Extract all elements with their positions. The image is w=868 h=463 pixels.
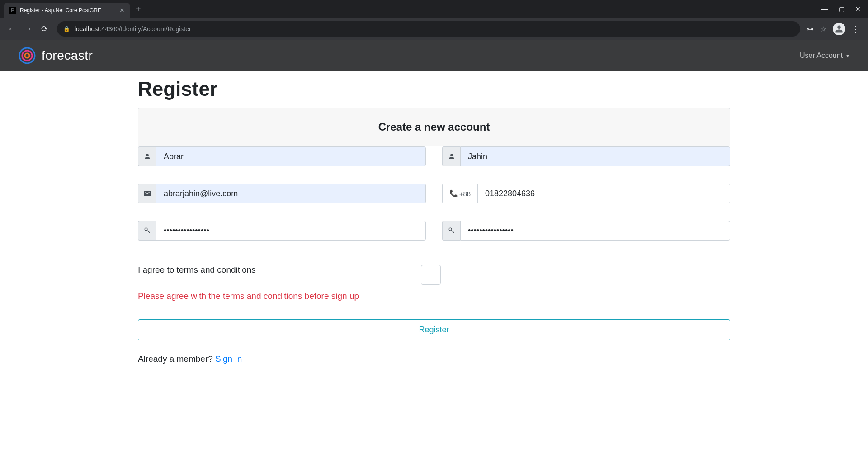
svg-point-5 [449, 228, 452, 231]
first-name-input[interactable] [156, 146, 426, 166]
new-tab-button[interactable]: + [136, 4, 141, 14]
svg-point-2 [25, 53, 29, 58]
kebab-menu-icon[interactable]: ⋮ [852, 24, 860, 34]
terms-label: I agree to terms and conditions [138, 265, 256, 275]
tab-favicon: P [9, 7, 16, 14]
back-button[interactable]: ← [5, 24, 18, 34]
key-icon[interactable]: ⊶ [807, 25, 814, 33]
terms-checkbox[interactable] [421, 265, 441, 285]
page-title: Register [138, 78, 730, 100]
forward-button[interactable]: → [22, 24, 34, 34]
maximize-icon[interactable]: ▢ [839, 5, 844, 13]
profile-avatar[interactable] [833, 23, 845, 35]
signin-link[interactable]: Sign In [215, 354, 242, 364]
browser-tab-strip: P Register - Asp.Net Core PostGRE ✕ + — … [0, 0, 868, 18]
brand-name: forecastr [42, 48, 93, 63]
address-bar[interactable]: 🔒 localhost:44360/Identity/Account/Regis… [57, 21, 800, 37]
phone-prefix: 📞+88 [442, 184, 477, 203]
form-card-header: Create a new account [138, 108, 730, 146]
main-content: Register Create a new account [138, 78, 730, 382]
last-name-input[interactable] [460, 146, 730, 166]
password-group [138, 221, 426, 241]
close-window-icon[interactable]: ✕ [855, 5, 861, 13]
tab-title: Register - Asp.Net Core PostGRE [20, 7, 116, 14]
register-button[interactable]: Register [138, 319, 730, 340]
user-icon [138, 146, 156, 166]
close-tab-icon[interactable]: ✕ [119, 7, 125, 14]
email-group [138, 184, 426, 203]
phone-input[interactable] [477, 184, 730, 203]
terms-row: I agree to terms and conditions [138, 265, 730, 285]
page-viewport: forecastr User Account ▼ Register Create… [0, 40, 868, 463]
terms-error-message: Please agree with the terms and conditio… [138, 291, 730, 301]
envelope-icon [138, 184, 156, 203]
key-icon [442, 221, 460, 241]
minimize-icon[interactable]: — [821, 5, 828, 13]
logo-icon [18, 47, 36, 65]
last-name-group [442, 146, 730, 166]
user-account-dropdown[interactable]: User Account ▼ [800, 52, 850, 60]
chevron-down-icon: ▼ [845, 53, 850, 58]
svg-point-4 [145, 228, 147, 231]
browser-tab[interactable]: P Register - Asp.Net Core PostGRE ✕ [4, 3, 130, 18]
svg-point-1 [22, 51, 32, 61]
browser-toolbar: ← → ⟳ 🔒 localhost:44360/Identity/Account… [0, 18, 868, 40]
email-input[interactable] [156, 184, 426, 203]
url-text: localhost:44360/Identity/Account/Registe… [75, 25, 191, 33]
confirm-password-input[interactable] [460, 221, 730, 241]
reload-button[interactable]: ⟳ [38, 24, 51, 34]
lock-icon: 🔒 [63, 26, 70, 32]
bookmark-star-icon[interactable]: ☆ [820, 25, 826, 33]
password-input[interactable] [156, 221, 426, 241]
signin-prompt: Already a member? Sign In [138, 354, 730, 364]
phone-group: 📞+88 [442, 184, 730, 203]
app-header: forecastr User Account ▼ [0, 40, 868, 71]
brand-logo[interactable]: forecastr [18, 47, 93, 65]
card-title: Create a new account [138, 121, 730, 133]
confirm-password-group [442, 221, 730, 241]
user-icon [442, 146, 460, 166]
window-controls: — ▢ ✕ [821, 5, 868, 13]
key-icon [138, 221, 156, 241]
first-name-group [138, 146, 426, 166]
